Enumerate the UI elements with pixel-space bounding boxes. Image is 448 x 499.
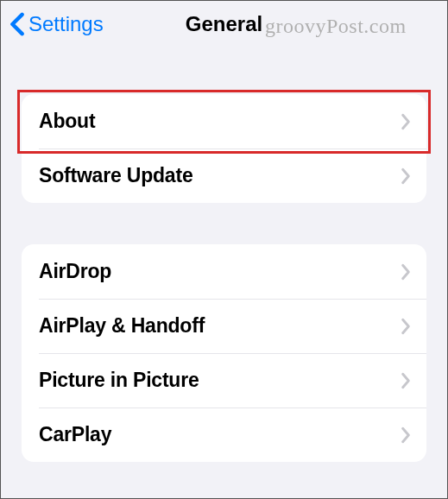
row-software-update[interactable]: Software Update [22,148,426,203]
settings-group-1: About Software Update [22,94,426,203]
settings-group-2: AirDrop AirPlay & Handoff Picture in Pic… [22,244,426,462]
back-label: Settings [28,12,104,36]
row-label: About [39,110,95,133]
row-airdrop[interactable]: AirDrop [22,244,426,299]
row-label: CarPlay [39,423,111,446]
row-label: AirPlay & Handoff [39,314,205,338]
row-about[interactable]: About [22,94,426,148]
chevron-right-icon [401,318,411,335]
chevron-right-icon [401,167,411,185]
row-carplay[interactable]: CarPlay [22,407,426,462]
row-picture-in-picture[interactable]: Picture in Picture [22,353,426,407]
chevron-right-icon [401,113,411,130]
page-title: General [186,12,262,36]
chevron-right-icon [401,372,411,389]
chevron-right-icon [401,426,411,444]
header-bar: Settings General groovyPost.com [1,1,447,49]
chevron-left-icon [9,12,25,36]
chevron-right-icon [401,263,411,281]
row-label: Picture in Picture [39,369,199,392]
back-button[interactable]: Settings [9,12,104,36]
row-label: Software Update [39,164,192,187]
row-airplay-handoff[interactable]: AirPlay & Handoff [22,299,426,353]
content-area: About Software Update AirDrop AirPlay & … [1,49,447,462]
row-label: AirDrop [39,260,111,283]
watermark-text: groovyPost.com [265,15,407,38]
